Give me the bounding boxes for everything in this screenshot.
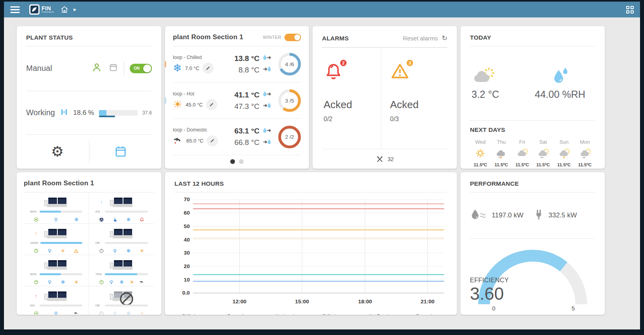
edit-setpoint-button[interactable] <box>203 63 214 74</box>
forecast-row: Wed 11.5ºC Thu 11.5ºC Fri 11.5ºC Sat 11.… <box>470 133 595 167</box>
equipment-unit[interactable]: 75% ❄☀ <box>89 255 154 286</box>
warning-icon <box>73 248 79 254</box>
reset-alarms-button[interactable]: Reset alarms <box>403 35 438 42</box>
sun-icon: ☀ <box>173 99 182 110</box>
refresh-icon[interactable]: ↻ <box>442 34 447 42</box>
humidity-drops-icon <box>550 67 570 86</box>
return-temp: 66.8 °C <box>234 138 259 147</box>
loop-equipment-ring[interactable]: 3 /5 <box>278 89 301 112</box>
bulb-icon <box>47 279 53 285</box>
load-indicator-icon <box>60 108 68 118</box>
loop-row-domestic[interactable]: loop - Domestic 65.0 °C 63.1 °C 66.8 °C … <box>173 119 301 155</box>
performance-card: PERFORMANCE 1197.0 kW 332.5 kW <box>460 172 605 315</box>
chart-title: LAST 12 HOURS <box>174 180 224 187</box>
legend-item[interactable]: Domestic Ente... <box>409 314 447 315</box>
svg-text:15:00: 15:00 <box>295 299 309 305</box>
legend-item[interactable]: Hot Entering T... <box>362 314 399 315</box>
chiller-unit-graphic <box>44 259 68 270</box>
setpoint-value: 7.0 °C <box>185 65 199 71</box>
edit-setpoint-button[interactable] <box>207 135 218 147</box>
day-temperature: 11.5ºC <box>532 162 553 167</box>
loop-equipment-ring[interactable]: 4 /6 <box>278 53 301 76</box>
power-icon <box>33 248 39 254</box>
flow-direction-arrow: ↑ <box>35 231 37 236</box>
plant-status-title: PLANT STATUS <box>26 34 73 41</box>
loop-row-chilled[interactable]: loop - Chilled ❄ 7.0 °C 13.8 °C 8.8 °C 4… <box>173 46 301 83</box>
tools-icon <box>376 155 384 163</box>
chiller-unit-graphic <box>44 228 68 238</box>
supply-temp: 13.8 °C <box>234 54 259 63</box>
alarm-group-critical[interactable]: 2 Acked 0/2 <box>322 48 381 149</box>
setpoint-value: 45.0 °C <box>186 102 203 108</box>
sun-icon: ☀ <box>139 310 145 315</box>
day-name: Thu <box>491 139 512 145</box>
bulb-icon <box>112 248 118 254</box>
svg-text:21:00: 21:00 <box>420 299 435 305</box>
settings-button[interactable]: ⚙ <box>26 145 89 159</box>
snowflake-icon: ❄ <box>125 310 131 315</box>
svg-text:20: 20 <box>184 263 190 269</box>
legend-item[interactable]: Chilled Enteri... <box>174 314 210 315</box>
forecast-day-sat: Sat 11.5ºC <box>532 139 553 167</box>
equipment-unit[interactable]: ↑ 0% ❄ <box>89 192 154 224</box>
legend-label: Domestic Leav... <box>227 314 259 315</box>
plug-icon <box>533 209 545 222</box>
carousel-dot[interactable] <box>239 159 244 164</box>
water-entering-icon <box>262 102 272 110</box>
hamburger-menu-button[interactable] <box>10 6 20 13</box>
flow-direction-arrow: ↑ <box>35 293 37 299</box>
load-label: Off <box>95 304 102 307</box>
power-icon <box>98 310 104 315</box>
loop-row-hot[interactable]: loop - Hot ☀ 45.0 °C 41.1 °C 47.3 °C 3 /… <box>173 83 301 119</box>
setpoint-value: 65.0 °C <box>186 138 204 144</box>
equipment-unit[interactable]: ↑ 0% <box>24 286 89 315</box>
logo-text: FIN <box>42 6 54 11</box>
warning-count-badge: 3 <box>406 59 414 67</box>
outdoor-humidity: 44.00 %RH <box>535 89 585 100</box>
equipment-unit[interactable]: 50% ❄☀ <box>24 255 89 286</box>
equipment-unit[interactable]: 50% ❄ <box>24 192 89 224</box>
alarm-ratio: 0/2 <box>324 116 379 123</box>
legend-label: Chilled Leavin... <box>322 314 352 315</box>
fin-framework-logo[interactable]: FIN Framework <box>29 4 54 15</box>
season-toggle[interactable] <box>284 34 301 41</box>
performance-title: PERFORMANCE <box>470 180 519 187</box>
legend-item[interactable]: Domestic Leav... <box>220 314 259 315</box>
efficiency-gauge: EFFICIENCY 3.60 0 5 <box>470 239 595 315</box>
legend-item[interactable]: Chilled Leavin... <box>314 314 352 315</box>
loop-equipment-ring[interactable]: 2 /2 <box>278 126 301 148</box>
fin-logo-icon <box>30 6 38 13</box>
load-bar: 75% <box>95 272 148 276</box>
plant-room-equipment-card: plant Room Section 1 50% ❄ ↑ 0% ❄ ↑ <box>17 172 161 315</box>
trend-chart-card: LAST 12 HOURS 706050403020100.012:0015:0… <box>165 172 457 315</box>
legend-item[interactable]: Hot Leaving T... <box>268 314 305 315</box>
power-icon <box>33 279 39 285</box>
working-label: Working <box>26 108 55 117</box>
line-chart[interactable]: 706050403020100.012:0015:0018:0021:00 <box>174 192 447 312</box>
apps-grid-button[interactable] <box>626 6 634 13</box>
equipment-unit[interactable]: Off ❄☀ <box>89 286 154 315</box>
schedule-calendar-icon[interactable] <box>108 63 118 74</box>
working-value: 37.6 <box>142 110 152 116</box>
load-label: 50% <box>30 210 37 213</box>
calendar-icon <box>114 145 128 159</box>
load-label: Off <box>95 241 102 245</box>
equipment-count: 2 /2 <box>278 126 301 148</box>
equipment-unit[interactable]: Off ❄☀ <box>89 224 154 255</box>
water-energy-icon <box>470 209 488 222</box>
schedule-button[interactable] <box>89 145 152 159</box>
maintenance-summary[interactable]: 32 <box>322 149 447 169</box>
next-days-title: NEXT DAYS <box>470 126 505 133</box>
water-leaving-icon <box>262 127 272 135</box>
plant-on-toggle[interactable]: ON <box>130 64 152 73</box>
toggle-on-label: ON <box>134 66 140 70</box>
sun-icon: ☀ <box>129 279 135 285</box>
equipment-unit[interactable]: ↑ 100% ☀ <box>24 224 89 255</box>
alarm-group-warning[interactable]: 3 Acked 0/3 <box>381 48 447 149</box>
home-button[interactable] <box>60 5 69 14</box>
carousel-dot-active[interactable] <box>230 159 235 164</box>
load-label: 100% <box>30 241 38 245</box>
edit-setpoint-button[interactable] <box>206 99 217 110</box>
plant-status-card: PLANT STATUS Manual ON Working <box>17 26 161 169</box>
legend-label: Hot Leaving T... <box>276 314 305 315</box>
